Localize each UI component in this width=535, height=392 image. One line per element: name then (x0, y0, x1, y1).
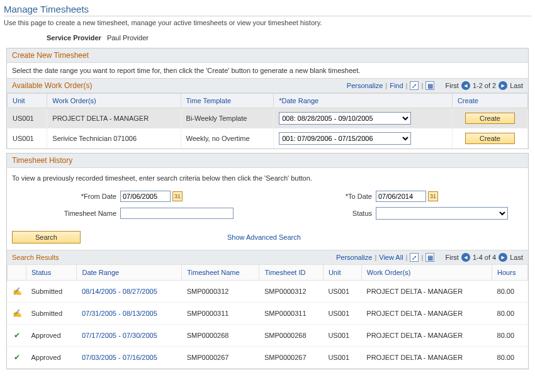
nav-last[interactable]: Last (510, 82, 523, 89)
to-date-input[interactable] (376, 191, 426, 202)
create-button[interactable]: Create (465, 133, 515, 144)
search-button[interactable]: Search (12, 231, 81, 244)
find-link[interactable]: Find (390, 82, 403, 89)
table-row: ✍Submitted07/31/2005 - 08/13/2005SMP0000… (8, 303, 528, 325)
timesheet-name-input[interactable] (120, 208, 234, 219)
next-icon[interactable]: ► (498, 253, 507, 262)
cell-status: Approved (26, 347, 77, 369)
cell-daterange-link[interactable]: 07/31/2005 - 08/13/2005 (82, 310, 157, 317)
cell-hours: 80.00 (492, 347, 528, 369)
create-button[interactable]: Create (465, 113, 515, 124)
cell-name: SMP0000267 (182, 347, 259, 369)
col-template[interactable]: Time Template (181, 94, 274, 108)
cell-wo: PROJECT DELTA - MANAGER (361, 347, 492, 369)
calendar-icon[interactable]: 31 (428, 191, 438, 201)
cell-status: Submitted (26, 303, 77, 325)
status-select[interactable] (376, 207, 508, 220)
col-range[interactable]: Date Range (77, 265, 182, 281)
zoom-icon[interactable]: ⤢ (410, 81, 419, 90)
col-wo[interactable]: Work Order(s) (361, 265, 492, 281)
results-header: Search Results Personalize | View All | … (7, 250, 528, 264)
page-intro: Use this page to create a new timesheet,… (4, 19, 531, 26)
daterange-select[interactable]: 001: 07/09/2006 - 07/15/2006 (279, 132, 411, 145)
cell-wo: PROJECT DELTA - MANAGER (361, 303, 492, 325)
submitted-icon: ✍ (13, 309, 21, 318)
cell-unit: US001 (323, 325, 361, 347)
history-panel-title: Timesheet History (7, 154, 528, 168)
cell-wo: PROJECT DELTA - MANAGER (361, 281, 492, 303)
cell-name: SMP0000312 (182, 281, 259, 303)
col-id[interactable]: Timesheet ID (259, 265, 323, 281)
cell-id: SMP0000268 (259, 325, 323, 347)
page-title: Manage Timesheets (4, 4, 531, 14)
cell-wo: PROJECT DELTA - MANAGER (361, 325, 492, 347)
status-label: Status (268, 210, 376, 217)
prev-icon[interactable]: ◄ (461, 253, 470, 262)
to-date-label: *To Date (268, 193, 376, 200)
cell-range: 008: 08/28/2005 - 09/10/2005 (274, 108, 453, 129)
cell-daterange-link[interactable]: 08/14/2005 - 08/27/2005 (82, 288, 157, 295)
col-unit[interactable]: Unit (8, 94, 47, 108)
create-panel: Create New Timesheet Select the date ran… (6, 48, 529, 149)
table-row: ✍Submitted08/14/2005 - 08/27/2005SMP0000… (8, 281, 528, 303)
cell-daterange-link[interactable]: 07/03/2005 - 07/16/2005 (82, 354, 157, 361)
separator: | (421, 254, 423, 261)
table-row: ✔Approved07/17/2005 - 07/30/2005SMP00002… (8, 325, 528, 347)
calendar-icon[interactable]: 31 (172, 191, 183, 201)
create-panel-note: Select the date range you want to report… (7, 63, 528, 78)
viewall-link[interactable]: View All (379, 254, 403, 261)
personalize-link[interactable]: Personalize (336, 254, 372, 261)
cell-id: SMP0000267 (259, 347, 323, 369)
wo-row: US001 Serivice Technician 071006 Weekly,… (8, 128, 528, 148)
personalize-link[interactable]: Personalize (347, 82, 383, 89)
col-daterange[interactable]: *Date Range (274, 94, 453, 108)
history-panel: Timesheet History To view a previously r… (6, 153, 529, 369)
nav-last[interactable]: Last (510, 254, 523, 261)
cell-unit: US001 (323, 281, 361, 303)
cell-template: Weekly, no Overtime (181, 128, 274, 148)
service-provider-row: Service Provider Paul Provider (4, 34, 531, 42)
grid-icon[interactable]: ▦ (425, 81, 434, 90)
cell-unit: US001 (323, 303, 361, 325)
col-hours[interactable]: Hours (492, 265, 528, 281)
advanced-search-link[interactable]: Show Advanced Search (227, 233, 301, 241)
service-provider-label: Service Provider (47, 34, 101, 42)
nav-range: 1-2 of 2 (473, 82, 496, 89)
prev-icon[interactable]: ◄ (461, 81, 470, 90)
approved-icon: ✔ (13, 353, 21, 362)
cell-status: Approved (26, 325, 77, 347)
service-provider-value: Paul Provider (107, 34, 149, 42)
cell-wo: PROJECT DELTA - MANAGER (47, 108, 181, 129)
cell-daterange-link[interactable]: 07/17/2005 - 07/30/2005 (82, 332, 157, 339)
next-icon[interactable]: ► (498, 81, 507, 90)
cell-id: SMP0000312 (259, 281, 323, 303)
from-date-input[interactable] (120, 191, 171, 202)
col-name[interactable]: Timesheet Name (182, 265, 259, 281)
available-wo-title: Available Work Order(s) (12, 81, 93, 90)
cell-hours: 80.00 (492, 303, 528, 325)
cell-name: SMP0000268 (182, 325, 259, 347)
col-wo[interactable]: Work Order(s) (47, 94, 181, 108)
zoom-icon[interactable]: ⤢ (410, 253, 419, 262)
cell-unit: US001 (323, 347, 361, 369)
nav-range: 1-4 of 4 (473, 254, 496, 261)
nav-first[interactable]: First (446, 82, 459, 89)
grid-icon[interactable]: ▦ (425, 253, 434, 262)
col-create[interactable]: Create (452, 94, 527, 108)
history-panel-note: To view a previously recorded timesheet,… (12, 174, 523, 182)
available-wo-header: Available Work Order(s) Personalize | Fi… (7, 78, 528, 93)
daterange-select[interactable]: 008: 08/28/2005 - 09/10/2005 (279, 112, 411, 125)
cell-id: SMP0000311 (259, 303, 323, 325)
separator: | (385, 82, 387, 89)
submitted-icon: ✍ (13, 287, 21, 296)
col-unit[interactable]: Unit (323, 265, 361, 281)
results-table: Status Date Range Timesheet Name Timeshe… (7, 264, 528, 369)
cell-wo: Serivice Technician 071006 (47, 128, 181, 148)
cell-template: Bi-Weekly Template (181, 108, 274, 129)
available-wo-table: Unit Work Order(s) Time Template *Date R… (7, 93, 528, 148)
divider (4, 16, 531, 16)
col-status[interactable]: Status (26, 265, 77, 281)
cell-status: Submitted (26, 281, 77, 303)
cell-name: SMP0000311 (182, 303, 259, 325)
nav-first[interactable]: First (446, 254, 459, 261)
